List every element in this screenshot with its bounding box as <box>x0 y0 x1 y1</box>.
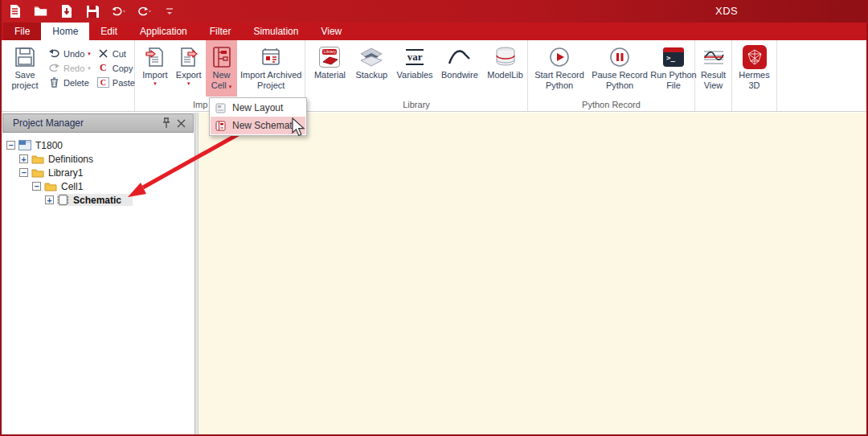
tree-node-t1800[interactable]: − T1800 <box>2 138 194 152</box>
tree-label: Definitions <box>48 154 93 165</box>
ribbon-group-library: Library Material Stackup var <box>305 40 528 111</box>
import-dropdown-icon[interactable]: ▾ <box>154 80 157 86</box>
material-label: Material <box>314 70 346 80</box>
expand-icon[interactable]: + <box>19 154 28 163</box>
undo-button[interactable]: Undo ▾ <box>48 47 91 60</box>
save-project-button[interactable]: Save project <box>8 40 42 97</box>
run-python-file-icon: >_ <box>663 44 684 70</box>
selected-tree-row[interactable]: Schematic <box>57 194 133 206</box>
paste-icon: C <box>97 77 109 88</box>
delete-label: Delete <box>63 78 89 88</box>
cut-icon <box>97 49 109 58</box>
new-cell-dropdown-icon: ▾ <box>229 84 232 89</box>
redo-small-icon <box>48 64 60 72</box>
project-tree: − T1800 + Definitions − <box>2 134 194 207</box>
open-file-icon[interactable] <box>34 4 48 19</box>
import-button[interactable]: Import ▾ <box>138 40 172 97</box>
import-icon <box>145 44 165 70</box>
new-cell-icon <box>212 44 231 70</box>
export-dropdown-icon[interactable]: ▾ <box>187 80 190 86</box>
new-schematic-icon <box>215 121 226 131</box>
app-window: XDS File Home Edit Application Filter Si… <box>0 0 868 436</box>
menu-item-new-layout[interactable]: New Layout <box>211 99 305 117</box>
new-cell-dropdown-menu: New Layout New Schematic <box>209 97 307 136</box>
modellib-button[interactable]: ModelLib <box>483 40 527 97</box>
pin-icon[interactable] <box>159 116 174 130</box>
new-file-icon[interactable] <box>8 4 23 19</box>
close-panel-icon[interactable] <box>174 116 188 130</box>
workspace-canvas[interactable] <box>199 113 866 434</box>
undo-icon[interactable] <box>111 4 125 19</box>
folder-icon <box>44 182 57 191</box>
tree-label: Cell1 <box>61 181 83 192</box>
tab-home[interactable]: Home <box>41 23 89 40</box>
redo-dropdown-icon: ▾ <box>88 65 91 71</box>
redo-button[interactable]: Redo ▾ <box>48 62 91 74</box>
hermes-3d-label: Hermes 3D <box>736 70 773 91</box>
import-archived-project-button[interactable]: Import Archived Project <box>237 40 305 97</box>
import-archived-project-icon <box>260 44 281 70</box>
pause-record-label: Pause Record Python <box>589 70 650 91</box>
export-icon <box>179 44 199 70</box>
collapse-icon[interactable]: − <box>19 168 28 177</box>
tab-file[interactable]: File <box>3 23 41 40</box>
variables-label: Variables <box>397 70 433 80</box>
new-cell-button[interactable]: New Cell ▾ <box>206 40 238 97</box>
collapse-icon[interactable]: − <box>6 141 15 150</box>
save-project-label: Save project <box>8 70 42 91</box>
ribbon-group-result-view: Result View <box>695 40 732 111</box>
ribbon-tabbar: File Home Edit Application Filter Simula… <box>2 23 866 40</box>
hermes-3d-button[interactable]: Hermes 3D <box>732 40 776 97</box>
material-button[interactable]: Library Material <box>310 40 350 97</box>
project-manager-title: Project Manager <box>13 117 159 129</box>
tree-label: Library1 <box>48 167 83 179</box>
delete-icon <box>48 77 60 88</box>
copy-button[interactable]: C Copy <box>97 62 135 74</box>
paste-button[interactable]: C Paste <box>97 76 135 88</box>
menu-item-new-schematic[interactable]: New Schematic <box>211 117 305 134</box>
delete-button[interactable]: Delete <box>48 76 91 88</box>
tab-simulation[interactable]: Simulation <box>242 23 309 40</box>
tree-node-definitions[interactable]: + Definitions <box>2 152 194 166</box>
project-icon <box>18 140 31 150</box>
tab-edit[interactable]: Edit <box>89 23 129 40</box>
folder-icon <box>31 154 44 164</box>
export-button[interactable]: Export ▾ <box>172 40 206 97</box>
copy-icon: C <box>97 62 109 74</box>
result-view-button[interactable]: Result View <box>695 40 731 97</box>
tab-view[interactable]: View <box>309 23 353 40</box>
redo-icon[interactable] <box>137 4 151 19</box>
ribbon-group-python-record: Start Record Python Pause Record Python … <box>528 40 695 111</box>
tab-application[interactable]: Application <box>129 23 199 40</box>
stackup-label: Stackup <box>355 70 387 80</box>
cut-button[interactable]: Cut <box>97 47 135 60</box>
save-file-icon[interactable] <box>85 4 100 19</box>
import-label: Import <box>142 70 167 80</box>
pause-record-python-button[interactable]: Pause Record Python <box>589 40 650 97</box>
app-title: XDS <box>715 5 738 17</box>
export-label: Export <box>176 70 202 80</box>
run-python-file-button[interactable]: >_ Run Python File <box>650 40 697 97</box>
undo-dropdown-icon[interactable]: ▾ <box>88 51 91 56</box>
tree-node-library1[interactable]: − Library1 <box>2 166 194 179</box>
tree-node-schematic[interactable]: + Schematic <box>2 193 194 207</box>
variables-icon: var <box>406 44 424 70</box>
import-file-icon[interactable] <box>59 4 74 19</box>
modellib-label: ModelLib <box>487 70 523 80</box>
collapse-icon[interactable]: − <box>32 182 41 191</box>
tree-node-cell1[interactable]: − Cell1 <box>2 179 194 193</box>
project-manager-header: Project Manager <box>2 113 194 133</box>
customize-toolbar-icon[interactable] <box>162 4 177 19</box>
tab-filter[interactable]: Filter <box>199 23 243 40</box>
hermes-3d-icon <box>743 44 767 70</box>
ribbon-group-hermes: Hermes 3D <box>732 40 777 111</box>
stackup-button[interactable]: Stackup <box>351 40 392 97</box>
save-project-icon <box>14 44 35 70</box>
expand-icon[interactable]: + <box>45 195 54 204</box>
bondwire-icon <box>448 44 472 70</box>
ribbon-empty-space <box>777 40 866 111</box>
bondwire-button[interactable]: Bondwire <box>438 40 482 97</box>
variables-button[interactable]: var Variables <box>394 40 436 97</box>
main-area: Project Manager − T1800 <box>2 113 866 434</box>
start-record-python-button[interactable]: Start Record Python <box>530 40 589 97</box>
